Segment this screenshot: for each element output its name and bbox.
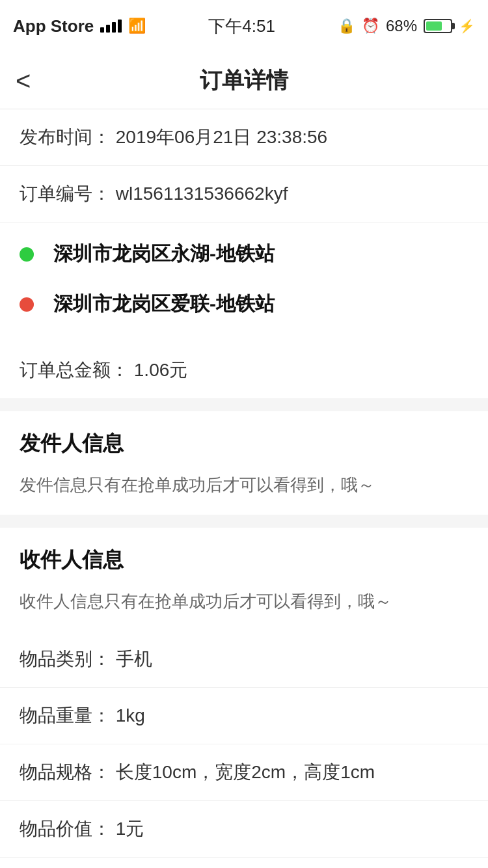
order-no-label: 订单编号： [20,183,111,204]
route-from-item: 深圳市龙岗区永湖-地铁站 [20,229,468,279]
carrier-label: App Store [13,16,94,36]
time-label: 下午4:51 [208,15,275,38]
divider-2 [0,515,488,528]
total-amount-row: 订单总金额： 1.06元 [0,342,488,398]
footer-bar: 取消订单 [0,857,488,868]
publish-time-value: 2019年06月21日 23:38:56 [116,127,327,147]
battery-icon [424,19,452,33]
sender-notice: 发件信息只有在抢单成功后才可以看得到，哦～ [0,465,488,515]
item-value-value: 1元 [116,819,144,839]
alarm-icon: ⏰ [362,18,379,34]
item-value-row: 物品价值： 1元 [0,801,488,857]
item-size-label: 物品规格： [20,762,111,782]
sender-title: 发件人信息 [0,411,488,465]
receiver-title: 收件人信息 [0,528,488,581]
total-amount-label: 订单总金额： [20,360,129,380]
item-weight-row: 物品重量： 1kg [0,688,488,744]
route-to-item: 深圳市龙岗区爱联-地铁站 [20,279,468,329]
signal-icon [100,20,122,33]
page-title: 订单详情 [200,66,288,96]
item-size-row: 物品规格： 长度10cm，宽度2cm，高度1cm [0,744,488,801]
status-bar-right: 🔒 ⏰ 68% ⚡ [338,17,475,35]
sender-section: 发件人信息 发件信息只有在抢单成功后才可以看得到，哦～ [0,411,488,515]
item-weight-value: 1kg [116,705,145,726]
item-category-value: 手机 [116,649,152,669]
route-from-text: 深圳市龙岗区永湖-地铁站 [53,241,275,267]
order-no-row: 订单编号： wl1561131536662kyf [0,166,488,223]
total-amount-value: 1.06元 [134,360,188,380]
item-size-value: 长度10cm，宽度2cm，高度1cm [116,762,375,782]
charging-icon: ⚡ [459,18,475,34]
battery-percent: 68% [386,17,417,35]
divider-1 [0,398,488,411]
receiver-notice: 收件人信息只有在抢单成功后才可以看得到，哦～ [0,581,488,631]
status-bar: App Store 📶 下午4:51 🔒 ⏰ 68% ⚡ [0,0,488,52]
route-to-text: 深圳市龙岗区爱联-地铁站 [53,291,275,318]
item-value-label: 物品价值： [20,819,111,839]
status-bar-left: App Store 📶 [13,16,146,36]
wifi-icon: 📶 [128,18,146,34]
route-container: 深圳市龙岗区永湖-地铁站 深圳市龙岗区爱联-地铁站 [0,223,488,342]
destination-dot [20,297,34,312]
publish-time-label: 发布时间： [20,127,111,147]
origin-dot [20,247,34,262]
order-no-value: wl1561131536662kyf [116,183,288,204]
lock-icon: 🔒 [338,18,355,34]
order-basic-info: 发布时间： 2019年06月21日 23:38:56 订单编号： wl15611… [0,109,488,398]
publish-time-row: 发布时间： 2019年06月21日 23:38:56 [0,109,488,166]
receiver-section: 收件人信息 收件人信息只有在抢单成功后才可以看得到，哦～ 物品类别： 手机 物品… [0,528,488,857]
back-button[interactable]: < [16,68,31,94]
nav-bar: < 订单详情 [0,52,488,109]
item-category-label: 物品类别： [20,649,111,669]
item-weight-label: 物品重量： [20,705,111,726]
item-category-row: 物品类别： 手机 [0,631,488,688]
